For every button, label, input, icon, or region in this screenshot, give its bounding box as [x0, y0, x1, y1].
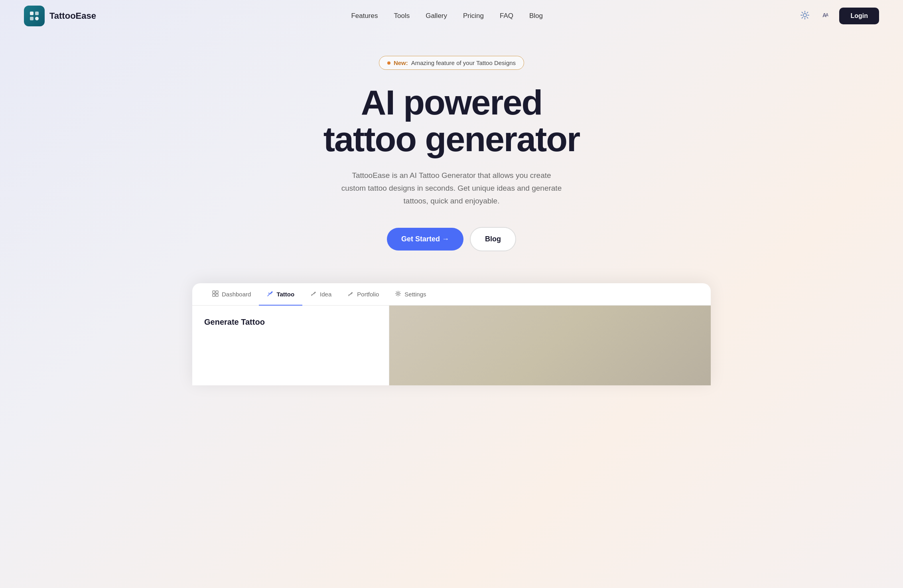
portfolio-icon — [347, 290, 354, 298]
svg-point-19 — [397, 292, 399, 294]
app-content: Generate Tattoo — [192, 306, 711, 385]
hero-background: TattooEase Features Tools Gallery Pricin… — [0, 0, 903, 588]
svg-rect-15 — [213, 291, 215, 293]
svg-line-10 — [807, 17, 808, 18]
badge-dot — [387, 61, 390, 65]
tattoo-icon — [267, 290, 273, 298]
theme-toggle-button[interactable] — [798, 9, 812, 23]
tab-settings-label: Settings — [404, 291, 426, 298]
svg-rect-0 — [30, 12, 34, 15]
tab-tattoo-label: Tattoo — [276, 291, 294, 298]
tab-portfolio-label: Portfolio — [357, 291, 379, 298]
svg-rect-2 — [30, 17, 34, 20]
hero-section: New: Amazing feature of your Tattoo Desi… — [0, 32, 903, 283]
svg-rect-18 — [216, 294, 218, 296]
badge-text: Amazing feature of your Tattoo Designs — [411, 59, 516, 66]
login-button[interactable]: Login — [839, 8, 879, 24]
svg-text:A: A — [826, 13, 828, 17]
app-left-panel: Generate Tattoo — [192, 306, 389, 385]
tab-portfolio[interactable]: Portfolio — [339, 284, 387, 306]
settings-icon — [395, 290, 401, 298]
app-tabs: Dashboard Tattoo Idea — [192, 283, 711, 306]
svg-line-11 — [807, 12, 808, 13]
svg-point-4 — [803, 14, 806, 17]
nav-item-tools[interactable]: Tools — [394, 12, 410, 20]
hero-buttons: Get Started → Blog — [387, 227, 516, 251]
logo-icon — [24, 6, 45, 26]
badge-new-label: New: — [394, 59, 408, 66]
sun-icon — [800, 11, 809, 22]
hero-description: TattooEase is an AI Tattoo Generator tha… — [340, 169, 563, 208]
nav-item-gallery[interactable]: Gallery — [426, 12, 447, 20]
tab-dashboard[interactable]: Dashboard — [204, 284, 259, 306]
tab-idea-label: Idea — [320, 291, 331, 298]
hero-title-line2: tattoo generator — [323, 119, 580, 159]
nav-right: A A Login — [798, 8, 879, 24]
app-right-panel — [389, 306, 711, 385]
hero-title: AI powered tattoo generator — [323, 84, 580, 158]
tab-idea[interactable]: Idea — [302, 284, 339, 306]
nav-item-blog[interactable]: Blog — [529, 12, 543, 20]
dashboard-icon — [212, 290, 219, 298]
svg-rect-17 — [213, 294, 215, 296]
nav-item-faq[interactable]: FAQ — [500, 12, 513, 20]
svg-rect-1 — [35, 12, 39, 15]
app-preview-card: Dashboard Tattoo Idea — [192, 283, 711, 385]
svg-line-12 — [802, 17, 803, 18]
generate-tattoo-title: Generate Tattoo — [204, 318, 377, 327]
svg-point-3 — [35, 17, 39, 20]
hero-title-line1: AI powered — [361, 83, 542, 122]
blog-button[interactable]: Blog — [470, 227, 516, 251]
svg-line-9 — [802, 12, 803, 13]
logo-text: TattooEase — [49, 11, 96, 21]
tab-tattoo[interactable]: Tattoo — [259, 284, 302, 306]
new-badge: New: Amazing feature of your Tattoo Desi… — [379, 56, 524, 70]
nav-links: Features Tools Gallery Pricing FAQ Blog — [351, 12, 543, 20]
get-started-button[interactable]: Get Started → — [387, 228, 463, 251]
tab-dashboard-label: Dashboard — [222, 291, 251, 298]
language-toggle-button[interactable]: A A — [818, 9, 833, 23]
logo[interactable]: TattooEase — [24, 6, 96, 26]
nav-item-features[interactable]: Features — [351, 12, 378, 20]
nav-item-pricing[interactable]: Pricing — [463, 12, 484, 20]
language-icon: A A — [821, 11, 830, 22]
svg-rect-16 — [216, 291, 218, 293]
navbar: TattooEase Features Tools Gallery Pricin… — [0, 0, 903, 32]
idea-icon — [310, 290, 317, 298]
tab-settings[interactable]: Settings — [387, 284, 434, 306]
